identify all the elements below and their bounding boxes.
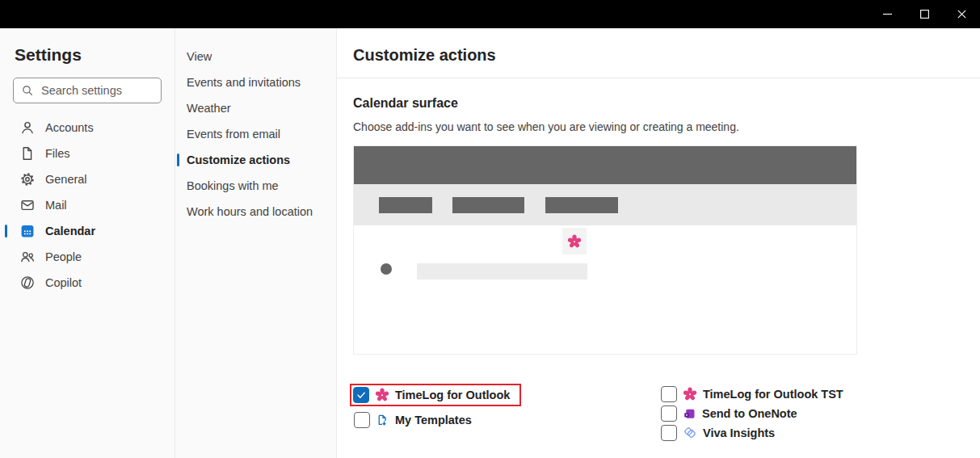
addin-label: Send to OneNote: [702, 407, 797, 420]
preview-addin-slot: [562, 228, 587, 254]
gear-icon: [19, 171, 36, 187]
subnav-item-label: Events from email: [187, 128, 280, 141]
subnav-item-view[interactable]: View: [175, 44, 336, 69]
subnav-item-customize-actions[interactable]: Customize actions: [175, 147, 336, 173]
subnav-item-label: Customize actions: [187, 153, 290, 166]
settings-window: Settings Accounts Fi: [0, 0, 980, 458]
addin-label: TimeLog for Outlook TST: [703, 388, 843, 401]
viva-insights-row: Viva Insights: [661, 423, 843, 443]
maximize-icon: [916, 6, 932, 23]
calendar-subnav: View Events and invitations Weather Even…: [175, 28, 337, 458]
minimize-button[interactable]: [869, 0, 906, 28]
sidebar-item-label: General: [45, 173, 87, 186]
window-titlebar: [0, 0, 980, 28]
selected-indicator: [5, 225, 7, 237]
sidebar-item-accounts[interactable]: Accounts: [0, 115, 175, 141]
subnav-item-label: Work hours and location: [187, 205, 313, 218]
calendar-icon: [19, 223, 36, 239]
timelog-for-outlook-checkbox[interactable]: [353, 387, 369, 403]
timelog-flower-icon: [567, 234, 582, 249]
calendar-surface-description: Choose add-ins you want to see when you …: [353, 120, 980, 133]
sidebar-item-general[interactable]: General: [0, 166, 175, 192]
search-icon: [21, 82, 34, 99]
subnav-item-label: Events and invitations: [187, 76, 301, 89]
onenote-icon: [683, 405, 696, 422]
timelog-tst-row: TimeLog for Outlook TST: [661, 384, 843, 404]
timelog-highlight-annotation: TimeLog for Outlook: [350, 384, 521, 406]
timelog-flower-icon: [375, 387, 389, 403]
preview-button-placeholder: [545, 197, 618, 213]
calendar-surface-heading: Calendar surface: [353, 96, 980, 111]
my-templates-checkbox[interactable]: [354, 412, 370, 428]
sidebar-item-calendar[interactable]: Calendar: [0, 218, 175, 244]
sidebar-item-label: Files: [45, 147, 70, 160]
subnav-item-bookings-with-me[interactable]: Bookings with me: [175, 173, 336, 199]
selected-indicator: [177, 153, 179, 166]
sidebar-item-copilot[interactable]: Copilot: [0, 270, 175, 296]
checkmark-icon: [358, 393, 364, 397]
preview-toolbar-band: [354, 184, 856, 225]
page-title: Customize actions: [353, 46, 980, 65]
subnav-item-label: Weather: [187, 102, 231, 115]
timelog-flower-icon: [683, 386, 697, 402]
timelog-for-outlook-tst-checkbox[interactable]: [661, 386, 677, 402]
addin-label: Viva Insights: [703, 426, 775, 439]
meeting-preview-illustration: [353, 145, 857, 355]
maximize-button[interactable]: [906, 0, 943, 28]
close-button[interactable]: [943, 0, 980, 28]
sidebar-item-mail[interactable]: Mail: [0, 192, 175, 218]
file-icon: [19, 145, 36, 162]
send-to-onenote-checkbox[interactable]: [661, 405, 677, 422]
preview-header-bar: [354, 146, 856, 184]
preview-button-placeholder: [452, 197, 524, 213]
preview-button-placeholder: [379, 197, 432, 213]
preview-text-placeholder: [417, 263, 587, 279]
my-templates-icon: [376, 412, 389, 428]
sidebar-item-label: Calendar: [45, 225, 95, 237]
sidebar-item-files[interactable]: Files: [0, 141, 175, 166]
search-settings-input[interactable]: [40, 83, 154, 98]
subnav-item-events-and-invitations[interactable]: Events and invitations: [175, 69, 336, 95]
addin-column-right: TimeLog for Outlook TST Send to OneNote: [661, 384, 843, 443]
settings-sidebar: Settings Accounts Fi: [0, 28, 175, 458]
settings-title: Settings: [15, 45, 175, 65]
mail-icon: [19, 197, 36, 213]
addin-label: My Templates: [395, 414, 472, 426]
preview-body: [354, 225, 856, 354]
subnav-item-events-from-email[interactable]: Events from email: [175, 121, 336, 147]
customize-actions-panel: Customize actions Calendar surface Choos…: [337, 28, 980, 458]
addin-label: TimeLog for Outlook: [395, 389, 510, 401]
my-templates-row: My Templates: [353, 410, 661, 430]
person-icon: [19, 120, 36, 136]
addin-list: TimeLog for Outlook My Templates: [353, 384, 980, 443]
sidebar-nav: Accounts Files General: [0, 115, 175, 296]
subnav-item-label: View: [187, 50, 212, 63]
viva-insights-icon: [683, 425, 697, 441]
preview-bullet: [381, 263, 392, 275]
sidebar-item-label: People: [45, 250, 82, 263]
sidebar-item-people[interactable]: People: [0, 244, 175, 270]
subnav-item-work-hours-and-location[interactable]: Work hours and location: [175, 199, 336, 225]
viva-insights-checkbox[interactable]: [661, 425, 677, 441]
search-settings-box[interactable]: [13, 78, 162, 103]
close-icon: [953, 6, 969, 23]
copilot-icon: [19, 275, 36, 291]
divider: [337, 78, 980, 78]
minimize-icon: [879, 6, 895, 23]
send-to-onenote-row: Send to OneNote: [661, 404, 843, 423]
people-icon: [19, 249, 36, 265]
subnav-item-label: Bookings with me: [187, 179, 279, 192]
addin-column-left: TimeLog for Outlook My Templates: [353, 384, 661, 443]
sidebar-item-label: Accounts: [45, 121, 94, 134]
sidebar-item-label: Copilot: [45, 276, 82, 289]
subnav-item-weather[interactable]: Weather: [175, 95, 336, 121]
sidebar-item-label: Mail: [45, 199, 67, 212]
